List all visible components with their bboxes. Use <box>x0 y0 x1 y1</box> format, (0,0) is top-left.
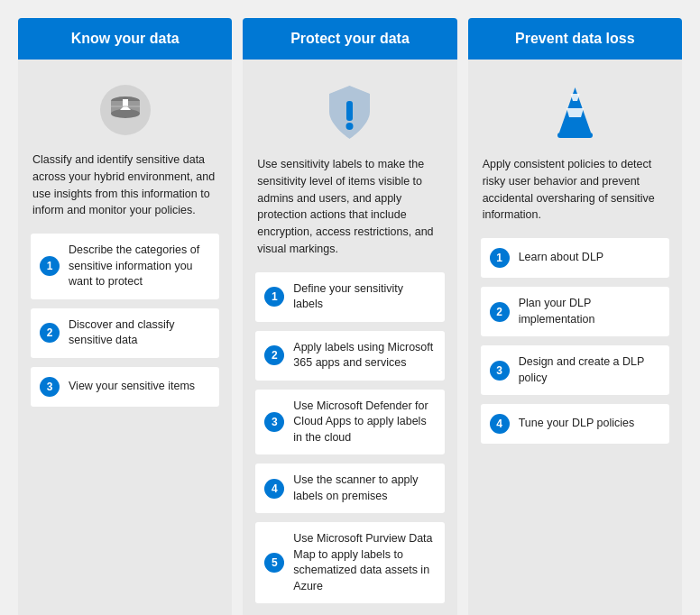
step-badge-d3: 3 <box>490 361 510 381</box>
step-label-d2: Plan your DLP implementation <box>519 296 660 327</box>
step-label-p4: Use the scanner to apply labels on premi… <box>293 473 435 504</box>
protect-your-data-description: Use sensitivity labels to make the sensi… <box>255 156 444 263</box>
step-badge-p1: 1 <box>264 287 284 307</box>
svg-point-8 <box>346 123 354 130</box>
step-1-know[interactable]: 1 Describe the categories of sensitive i… <box>31 234 219 299</box>
step-2-dlp[interactable]: 2 Plan your DLP implementation <box>481 287 669 336</box>
know-your-data-description: Classify and identify sensitive data acr… <box>31 151 219 225</box>
know-your-data-body: Classify and identify sensitive data acr… <box>18 60 232 615</box>
page-wrapper: Know your data <box>0 0 700 615</box>
step-5-protect[interactable]: 5 Use Microsoft Purview Data Map to appl… <box>255 522 444 603</box>
step-label-d3: Design and create a DLP policy <box>519 354 660 386</box>
prevent-data-loss-card: Prevent data loss Apply consistent polic… <box>468 18 682 615</box>
cone-icon <box>550 83 600 142</box>
step-label-p3: Use Microsoft Defender for Cloud Apps to… <box>293 399 435 446</box>
shield-icon-area <box>255 74 444 147</box>
step-badge-3: 3 <box>40 377 60 397</box>
step-label-d4: Tune your DLP policies <box>519 416 635 432</box>
step-3-protect[interactable]: 3 Use Microsoft Defender for Cloud Apps … <box>255 390 444 455</box>
step-label-2: Discover and classify sensitive data <box>69 317 210 349</box>
step-badge-d2: 2 <box>490 302 510 322</box>
step-4-dlp[interactable]: 4 Tune your DLP policies <box>481 404 669 444</box>
svg-rect-12 <box>557 133 593 138</box>
classify-icon <box>98 83 152 137</box>
classify-icon-area <box>31 74 219 142</box>
step-1-protect[interactable]: 1 Define your sensitivity labels <box>255 272 444 322</box>
prevent-data-loss-header: Prevent data loss <box>468 18 682 60</box>
svg-rect-7 <box>346 101 353 121</box>
protect-your-data-header: Protect your data <box>243 18 456 60</box>
protect-your-data-body: Use sensitivity labels to make the sensi… <box>243 60 456 615</box>
step-4-protect[interactable]: 4 Use the scanner to apply labels on pre… <box>255 464 444 513</box>
step-badge-2: 2 <box>40 323 60 343</box>
step-label-p1: Define your sensitivity labels <box>293 281 435 313</box>
step-2-know[interactable]: 2 Discover and classify sensitive data <box>31 308 219 358</box>
step-3-know[interactable]: 3 View your sensitive items <box>31 367 219 407</box>
step-label-p2: Apply labels using Microsoft 365 apps an… <box>293 340 435 372</box>
step-2-protect[interactable]: 2 Apply labels using Microsoft 365 apps … <box>255 331 444 381</box>
step-badge-p5: 5 <box>264 553 284 573</box>
shield-icon <box>325 83 374 142</box>
step-label-d1: Learn about DLP <box>519 250 604 266</box>
prevent-data-loss-body: Apply consistent policies to detect risk… <box>468 60 682 615</box>
step-badge-p2: 2 <box>264 345 284 365</box>
step-badge-1: 1 <box>40 256 60 276</box>
prevent-data-loss-description: Apply consistent policies to detect risk… <box>481 156 669 229</box>
step-label-3: View your sensitive items <box>69 379 195 395</box>
step-1-dlp[interactable]: 1 Learn about DLP <box>481 238 669 278</box>
step-badge-p3: 3 <box>264 412 284 432</box>
know-your-data-card: Know your data <box>18 18 232 615</box>
step-label-p5: Use Microsoft Purview Data Map to apply … <box>293 531 435 594</box>
step-badge-d1: 1 <box>490 248 510 268</box>
step-3-dlp[interactable]: 3 Design and create a DLP policy <box>481 345 669 395</box>
protect-your-data-card: Protect your data Use sensitivity labels… <box>243 18 456 615</box>
svg-point-3 <box>111 109 140 118</box>
step-badge-p4: 4 <box>264 479 284 499</box>
step-label-1: Describe the categories of sensitive inf… <box>69 243 210 290</box>
svg-marker-10 <box>566 108 584 117</box>
svg-rect-5 <box>123 99 128 106</box>
cone-icon-area <box>481 74 669 147</box>
know-your-data-header: Know your data <box>18 18 232 60</box>
step-badge-d4: 4 <box>490 414 510 434</box>
